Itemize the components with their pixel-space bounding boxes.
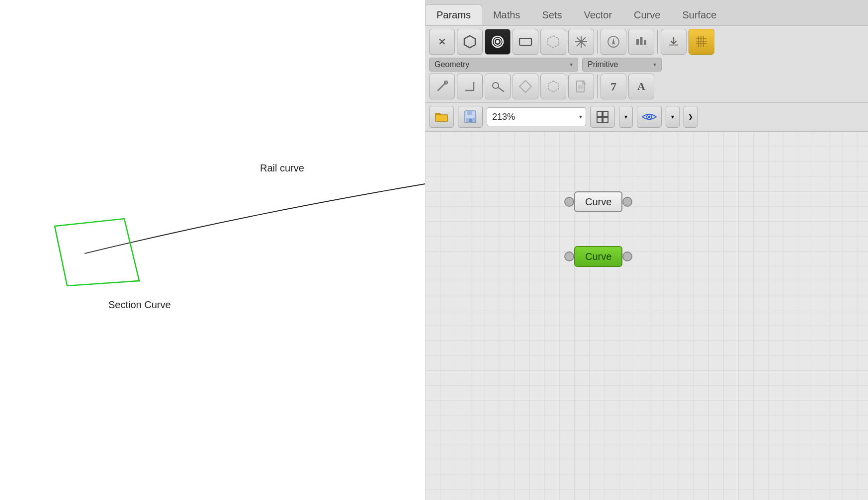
svg-rect-13 <box>636 39 639 45</box>
tab-bar: Params Maths Sets Vector Curve Surface <box>425 0 868 26</box>
tab-maths[interactable]: Maths <box>482 4 531 25</box>
svg-rect-40 <box>597 117 602 122</box>
svg-marker-28 <box>520 81 531 92</box>
svg-rect-5 <box>520 38 531 45</box>
svg-point-43 <box>648 116 651 118</box>
svg-marker-1 <box>464 36 475 48</box>
save-button[interactable] <box>458 106 483 128</box>
doc-tool-btn[interactable] <box>568 74 594 99</box>
rail-curve-label: Rail curve <box>260 163 304 173</box>
node-canvas[interactable]: Curve Curve <box>425 132 868 500</box>
svg-rect-17 <box>696 36 707 47</box>
gauge-tool-btn[interactable] <box>628 29 654 55</box>
right-panel: Params Maths Sets Vector Curve Surface ✕ <box>425 0 868 500</box>
geometry-section: ✕ <box>429 29 594 55</box>
expand-button[interactable] <box>590 106 615 128</box>
viewport-canvas: Rail curve Section Curve <box>0 0 425 500</box>
eye-caret-btn[interactable]: ▾ <box>666 106 680 128</box>
eye-button[interactable] <box>637 106 662 128</box>
svg-rect-41 <box>603 117 608 122</box>
primitive-arrow: ▾ <box>653 61 656 68</box>
geometry-arrow: ▾ <box>570 61 573 68</box>
toolbar-separator2 <box>657 30 658 54</box>
node1-left-connector[interactable] <box>564 197 574 207</box>
tab-surface[interactable]: Surface <box>671 4 727 25</box>
panel-right-btn[interactable]: ❯ <box>684 106 697 128</box>
expand-caret-btn[interactable]: ▾ <box>619 106 633 128</box>
toolbar-row1: ✕ <box>429 29 864 55</box>
diamond-tool-btn[interactable] <box>513 74 538 99</box>
svg-rect-37 <box>469 119 472 122</box>
node1-right-connector[interactable] <box>622 197 632 207</box>
tab-params[interactable]: Params <box>425 4 482 25</box>
primitive-section <box>601 29 654 55</box>
texture-tool-btn[interactable] <box>689 29 714 55</box>
section-curve-label: Section Curve <box>108 299 171 310</box>
angle-tool-btn[interactable] <box>457 74 483 99</box>
toolbar-labels-row: Geometry ▾ Primitive ▾ <box>429 58 864 72</box>
hex-outline-tool-btn[interactable] <box>540 29 566 55</box>
curve-node2-button[interactable]: Curve <box>574 246 622 267</box>
spiral-tool-btn[interactable] <box>485 29 511 55</box>
zoom-select[interactable]: 25% 50% 75% 100% 150% 200% 213% 300% 400… <box>487 107 586 126</box>
curve-node-1: Curve <box>564 191 632 212</box>
compass-tool-btn[interactable] <box>601 29 626 55</box>
svg-marker-6 <box>548 36 559 48</box>
zoom-wrapper: 25% 50% 75% 100% 150% 200% 213% 300% 400… <box>487 107 586 126</box>
hexagon-tool-btn[interactable] <box>457 29 483 55</box>
key-tool-btn[interactable] <box>485 74 511 99</box>
svg-rect-38 <box>597 111 602 116</box>
rect-tool-btn[interactable] <box>513 29 538 55</box>
pen-tool-btn[interactable] <box>429 74 455 99</box>
svg-rect-39 <box>603 111 608 116</box>
svg-rect-16 <box>669 44 678 46</box>
controls-bar: 25% 50% 75% 100% 150% 200% 213% 300% 400… <box>425 103 868 132</box>
download-tool-btn[interactable] <box>661 29 687 55</box>
close-tool-btn[interactable]: ✕ <box>429 29 455 55</box>
node2-left-connector[interactable] <box>564 251 574 261</box>
svg-marker-29 <box>548 81 558 92</box>
svg-rect-35 <box>467 111 472 115</box>
alpha-tool-btn[interactable]: A <box>628 74 654 99</box>
seven-tool-btn[interactable]: 7 <box>601 74 626 99</box>
snowflake-tool-btn[interactable] <box>568 29 594 55</box>
tab-vector[interactable]: Vector <box>573 4 623 25</box>
toolbar-separator1 <box>597 30 598 54</box>
svg-rect-14 <box>640 37 643 45</box>
primitive-label[interactable]: Primitive ▾ <box>582 58 662 72</box>
svg-marker-0 <box>55 219 139 286</box>
curve-node-2: Curve <box>564 246 632 267</box>
hex-filled-tool-btn[interactable] <box>540 74 566 99</box>
folder-button[interactable] <box>429 106 454 128</box>
svg-rect-15 <box>644 40 646 45</box>
svg-marker-12 <box>612 38 615 45</box>
geometry-label[interactable]: Geometry ▾ <box>429 58 578 72</box>
curve-node1-button[interactable]: Curve <box>574 191 622 212</box>
toolbar: ✕ <box>425 26 868 103</box>
tab-sets[interactable]: Sets <box>531 4 573 25</box>
toolbar-separator3 <box>597 75 598 98</box>
toolbar-row2: 7 A <box>429 74 864 99</box>
svg-point-4 <box>496 40 500 44</box>
node2-right-connector[interactable] <box>622 251 632 261</box>
svg-line-27 <box>498 87 504 91</box>
tab-curve[interactable]: Curve <box>623 4 671 25</box>
